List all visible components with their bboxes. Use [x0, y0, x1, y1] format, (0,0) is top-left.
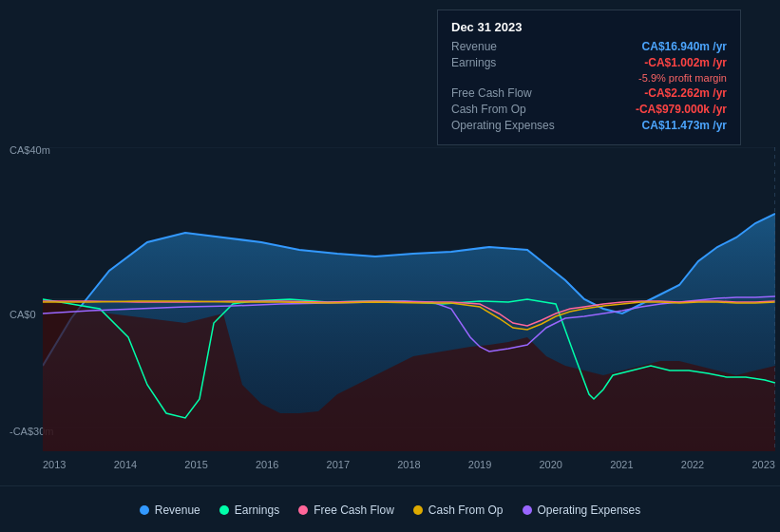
- tooltip-revenue-value: CA$16.940m /yr: [642, 40, 727, 53]
- legend-opex-dot: [523, 505, 532, 515]
- tooltip-box: Dec 31 2023 Revenue CA$16.940m /yr Earni…: [437, 10, 741, 145]
- legend-earnings[interactable]: Earnings: [219, 504, 279, 517]
- tooltip-opex-value: CA$11.473m /yr: [642, 119, 727, 132]
- tooltip-cashop-value: -CA$979.000k /yr: [636, 103, 727, 116]
- tooltip-opex-label: Operating Expenses: [451, 119, 565, 132]
- chart-svg: [43, 147, 775, 451]
- tooltip-earnings-row: Earnings -CA$1.002m /yr: [451, 56, 727, 69]
- chart-legend: Revenue Earnings Free Cash Flow Cash Fro…: [0, 504, 780, 517]
- legend-revenue[interactable]: Revenue: [140, 504, 200, 517]
- legend-revenue-dot: [140, 505, 149, 515]
- x-label-2019: 2019: [468, 459, 491, 470]
- tooltip-fcf-label: Free Cash Flow: [451, 86, 565, 100]
- x-label-2014: 2014: [114, 459, 137, 470]
- legend-opex[interactable]: Operating Expenses: [523, 504, 641, 517]
- x-label-2015: 2015: [184, 459, 207, 470]
- tooltip-cashop-label: Cash From Op: [451, 103, 565, 116]
- tooltip-opex-row: Operating Expenses CA$11.473m /yr: [451, 119, 727, 132]
- x-label-2013: 2013: [43, 459, 66, 470]
- x-label-2022: 2022: [681, 459, 704, 470]
- x-label-2018: 2018: [397, 459, 420, 470]
- tooltip-cashop-row: Cash From Op -CA$979.000k /yr: [451, 103, 727, 116]
- x-label-2016: 2016: [256, 459, 278, 470]
- legend-divider: [0, 485, 780, 486]
- y-label-mid: CA$0: [10, 309, 36, 320]
- legend-cashop[interactable]: Cash From Op: [413, 504, 504, 517]
- x-axis-labels: 2013 2014 2015 2016 2017 2018 2019 2020 …: [43, 459, 775, 470]
- tooltip-earnings-label: Earnings: [451, 56, 565, 69]
- legend-cashop-dot: [413, 505, 423, 515]
- legend-fcf-label: Free Cash Flow: [314, 504, 394, 517]
- legend-opex-label: Operating Expenses: [538, 504, 641, 517]
- x-label-2023: 2023: [751, 459, 774, 470]
- legend-earnings-label: Earnings: [235, 504, 279, 517]
- tooltip-revenue-label: Revenue: [451, 40, 565, 53]
- x-label-2020: 2020: [539, 459, 561, 470]
- legend-revenue-label: Revenue: [155, 504, 200, 517]
- legend-fcf[interactable]: Free Cash Flow: [298, 504, 394, 517]
- tooltip-earnings-value: -CA$1.002m /yr: [644, 56, 727, 69]
- tooltip-revenue-row: Revenue CA$16.940m /yr: [451, 40, 727, 53]
- legend-earnings-dot: [219, 505, 229, 515]
- tooltip-margin-row: -5.9% profit margin: [451, 72, 727, 84]
- legend-fcf-dot: [298, 505, 308, 515]
- legend-cashop-label: Cash From Op: [428, 504, 504, 517]
- tooltip-fcf-row: Free Cash Flow -CA$2.262m /yr: [451, 86, 727, 100]
- tooltip-margin-value: -5.9% profit margin: [638, 72, 727, 84]
- chart-container: Dec 31 2023 Revenue CA$16.940m /yr Earni…: [0, 0, 780, 532]
- x-label-2017: 2017: [327, 459, 350, 470]
- x-label-2021: 2021: [610, 459, 633, 470]
- tooltip-date: Dec 31 2023: [451, 20, 727, 34]
- tooltip-fcf-value: -CA$2.262m /yr: [644, 86, 727, 100]
